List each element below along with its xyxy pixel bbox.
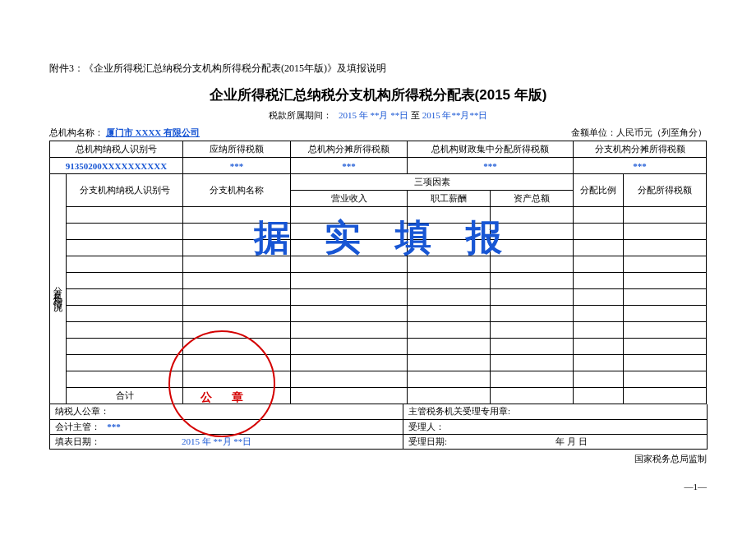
period-mid: 至	[411, 110, 422, 120]
fill-date-cell: 填表日期： 2015 年 **月 **日	[50, 434, 403, 449]
th-tax-amount: 应纳所得税额	[182, 141, 290, 158]
total-label: 合计	[67, 388, 183, 404]
data-row	[50, 224, 707, 240]
accountant-cell: 会计主管： ***	[50, 419, 403, 434]
th-assets: 资产总额	[490, 191, 573, 207]
val-tax-amount: ***	[182, 158, 290, 174]
seal-label: 纳税人公章：	[55, 406, 109, 416]
org-label: 总机构名称：	[49, 127, 104, 137]
period-from: 2015 年 **月 **日	[339, 110, 408, 120]
data-row	[50, 306, 707, 322]
receiver-cell: 受理人：	[403, 419, 708, 434]
page-title: 企业所得税汇总纳税分支机构所得税分配表(2015 年版)	[49, 85, 707, 104]
th-ratio: 分配比例	[574, 174, 624, 207]
th-revenue: 营业收入	[291, 191, 408, 207]
th-alloc-tax: 分配所得税额	[623, 174, 706, 207]
th-tax-id: 总机构纳税人识别号	[50, 141, 183, 158]
auth-cell: 主管税务机关受理专用章:	[403, 404, 708, 419]
data-row	[50, 256, 707, 273]
th-three-factors: 三项因素	[291, 174, 574, 191]
th-alloc-amount: 总机构分摊所得税额	[291, 141, 408, 158]
fill-date-label: 填表日期：	[55, 436, 100, 446]
data-row	[50, 339, 707, 355]
page-number: —1—	[49, 482, 707, 491]
val-branch-alloc: ***	[574, 158, 707, 174]
bottom-note: 国家税务总局监制	[49, 453, 707, 465]
receive-date-cell: 受理日期: 年 月 日	[403, 434, 708, 449]
period-to: 2015 年**月**日	[422, 110, 488, 120]
th-payroll: 职工薪酬	[407, 191, 490, 207]
org-name: 厦门市 XXXX 有限公司	[106, 127, 200, 137]
data-row	[50, 355, 707, 371]
data-row	[50, 273, 707, 289]
accountant-val: ***	[107, 422, 121, 431]
attachment-label: 附件3：《企业所得税汇总纳税分支机构所得税分配表(2015年版)》及填报说明	[49, 62, 707, 76]
th-fiscal-alloc: 总机构财政集中分配所得税额	[407, 141, 573, 158]
data-row	[50, 322, 707, 339]
th-branch-name: 分支机构名称	[182, 174, 290, 207]
seal-cell: 纳税人公章：	[50, 404, 403, 419]
tax-period: 税款所属期间： 2015 年 **月 **日 至 2015 年**月**日	[49, 109, 707, 122]
data-row	[50, 207, 707, 224]
th-branch-id: 分支机构纳税人识别号	[67, 174, 183, 207]
th-branch-alloc: 分支机构分摊所得税额	[574, 141, 707, 158]
auth-label: 主管税务机关受理专用章:	[408, 406, 510, 416]
data-row	[50, 240, 707, 256]
val-alloc-amount: ***	[291, 158, 408, 174]
total-row: 合计	[50, 388, 707, 404]
currency-label: 金额单位：人民币元（列至角分）	[571, 127, 707, 139]
receiver-label: 受理人：	[408, 422, 445, 431]
data-row	[50, 371, 707, 388]
fill-date-val: 2015 年 **月 **日	[182, 436, 251, 446]
data-row	[50, 289, 707, 306]
receive-date-label: 受理日期:	[408, 436, 447, 446]
org-block: 总机构名称： 厦门市 XXXX 有限公司	[49, 127, 200, 139]
footer-table: 纳税人公章： 主管税务机关受理专用章: 会计主管： *** 受理人： 填表日期：…	[49, 404, 708, 450]
receive-date-val: 年 月 日	[555, 436, 588, 446]
val-fiscal-alloc: ***	[407, 158, 573, 174]
main-table: 总机构纳税人识别号 应纳所得税额 总机构分摊所得税额 总机构财政集中分配所得税额…	[49, 141, 707, 404]
val-tax-id: 91350200XXXXXXXXXX	[50, 158, 183, 174]
period-prefix: 税款所属期间：	[269, 110, 332, 120]
branch-section-label: 分支机构情况	[50, 174, 67, 404]
accountant-label: 会计主管：	[55, 422, 100, 431]
